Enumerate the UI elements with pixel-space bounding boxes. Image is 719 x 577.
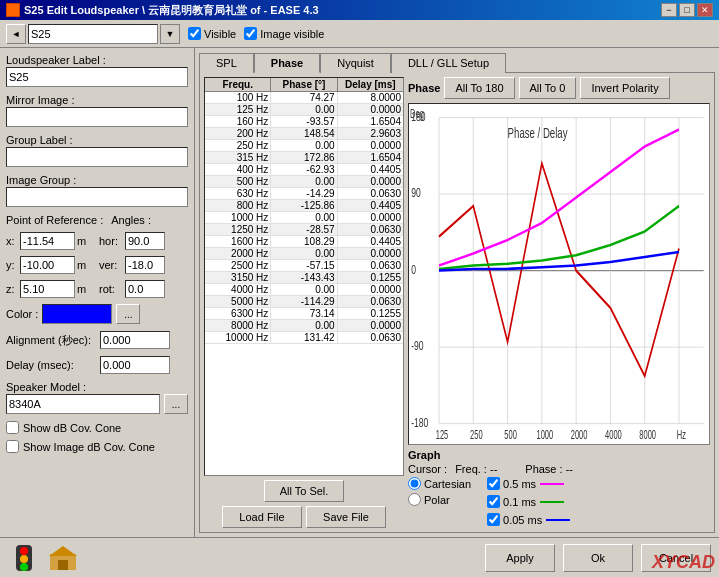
table-row[interactable]: 5000 Hz-114.290.0630 <box>205 296 403 308</box>
table-row[interactable]: 1000 Hz0.000.0000 <box>205 212 403 224</box>
table-cell: 108.29 <box>271 236 337 247</box>
ver-input[interactable] <box>125 256 165 274</box>
svg-text:-90: -90 <box>411 339 423 353</box>
hor-input[interactable] <box>125 232 165 250</box>
table-row[interactable]: 100 Hz74.278.0000 <box>205 92 403 104</box>
table-cell: 250 Hz <box>205 140 271 151</box>
load-file-button[interactable]: Load File <box>222 506 302 528</box>
tab-spl[interactable]: SPL <box>199 53 254 73</box>
svg-text:125: 125 <box>436 428 449 441</box>
invert-polarity-button[interactable]: Invert Polarity <box>580 77 669 99</box>
phase-display: Phase : -- <box>525 463 573 475</box>
x-input[interactable] <box>20 232 75 250</box>
mirror-image-input[interactable] <box>6 107 188 127</box>
col-delay: Delay [ms] <box>338 78 403 91</box>
all-to-0-button[interactable]: All To 0 <box>519 77 577 99</box>
tab-dll-gll[interactable]: DLL / GLL Setup <box>391 53 506 73</box>
table-row[interactable]: 8000 Hz0.000.0000 <box>205 320 403 332</box>
table-cell: 2.9603 <box>338 128 403 139</box>
save-icon <box>48 544 78 572</box>
show-image-db-label: Show Image dB Cov. Cone <box>23 441 155 453</box>
delay-input[interactable] <box>100 356 170 374</box>
table-row[interactable]: 2000 Hz0.000.0000 <box>205 248 403 260</box>
watermark: XYCAD <box>652 552 715 573</box>
table-row[interactable]: 315 Hz172.861.6504 <box>205 152 403 164</box>
table-row[interactable]: 400 Hz-62.930.4405 <box>205 164 403 176</box>
ok-button[interactable]: Ok <box>563 544 633 572</box>
image-group-label: Image Group : <box>6 174 188 186</box>
loudspeaker-label-group: Loudspeaker Label : <box>6 54 188 87</box>
legend-005ms-checkbox[interactable] <box>487 513 500 526</box>
save-file-button[interactable]: Save File <box>306 506 386 528</box>
table-row[interactable]: 630 Hz-14.290.0630 <box>205 188 403 200</box>
y-input[interactable] <box>20 256 75 274</box>
table-row[interactable]: 200 Hz148.542.9603 <box>205 128 403 140</box>
image-visible-checkbox-label[interactable]: Image visible <box>244 27 324 40</box>
rot-input[interactable] <box>125 280 165 298</box>
table-cell: 0.00 <box>271 284 337 295</box>
table-cell: 10000 Hz <box>205 332 271 343</box>
color-browse-button[interactable]: ... <box>116 304 140 324</box>
table-buttons: All To Sel. <box>204 480 404 502</box>
legend-05ms-checkbox[interactable] <box>487 477 500 490</box>
cartesian-radio-label[interactable]: Cartesian <box>408 477 471 490</box>
polar-radio-label[interactable]: Polar <box>408 493 471 506</box>
table-row[interactable]: 4000 Hz0.000.0000 <box>205 284 403 296</box>
minimize-button[interactable]: − <box>661 3 677 17</box>
table-cell: 0.00 <box>271 140 337 151</box>
table-row[interactable]: 6300 Hz73.140.1255 <box>205 308 403 320</box>
maximize-button[interactable]: □ <box>679 3 695 17</box>
nav-dropdown-button[interactable]: ▼ <box>160 24 180 44</box>
show-db-cone-checkbox[interactable] <box>6 421 19 434</box>
point-of-ref-label: Point of Reference : <box>6 214 103 226</box>
table-row[interactable]: 125 Hz0.000.0000 <box>205 104 403 116</box>
speaker-combo[interactable] <box>28 24 158 44</box>
legend-01ms-label: 0.1 ms <box>503 496 536 508</box>
visible-checkbox-label[interactable]: Visible <box>188 27 236 40</box>
loudspeaker-input[interactable] <box>6 67 188 87</box>
tab-phase[interactable]: Phase <box>254 53 320 73</box>
table-row[interactable]: 500 Hz0.000.0000 <box>205 176 403 188</box>
svg-marker-34 <box>49 546 77 556</box>
apply-button[interactable]: Apply <box>485 544 555 572</box>
visible-checkbox[interactable] <box>188 27 201 40</box>
nav-prev-button[interactable]: ◄ <box>6 24 26 44</box>
alignment-input[interactable] <box>100 331 170 349</box>
group-label-input[interactable] <box>6 147 188 167</box>
title-bar: S25 Edit Loudspeaker \ 云南昆明教育局礼堂 of - EA… <box>0 0 719 20</box>
tab-nyquist[interactable]: Nyquist <box>320 53 391 73</box>
image-group-input[interactable] <box>6 187 188 207</box>
svg-text:8000: 8000 <box>639 428 656 441</box>
table-cell: 3150 Hz <box>205 272 271 283</box>
all-to-180-button[interactable]: All To 180 <box>444 77 514 99</box>
table-row[interactable]: 1600 Hz108.290.4405 <box>205 236 403 248</box>
table-cell: 0.0630 <box>338 224 403 235</box>
table-row[interactable]: 160 Hz-93.571.6504 <box>205 116 403 128</box>
show-image-db-checkbox[interactable] <box>6 440 19 453</box>
table-cell: 0.0630 <box>338 296 403 307</box>
polar-radio[interactable] <box>408 493 421 506</box>
speaker-model-browse-button[interactable]: ... <box>164 394 188 414</box>
table-cell: 74.27 <box>271 92 337 103</box>
image-visible-checkbox[interactable] <box>244 27 257 40</box>
legend-005ms-line <box>546 519 570 521</box>
tab-content: Frequ. Phase [°] Delay [ms] 100 Hz74.278… <box>199 72 715 533</box>
table-row[interactable]: 1250 Hz-28.570.0630 <box>205 224 403 236</box>
table-row[interactable]: 3150 Hz-143.430.1255 <box>205 272 403 284</box>
table-row[interactable]: 800 Hz-125.860.4405 <box>205 200 403 212</box>
alignment-row: Alignment (秒ec): <box>6 331 188 349</box>
speaker-model-group: Speaker Model : ... <box>6 381 188 414</box>
cartesian-radio[interactable] <box>408 477 421 490</box>
z-input[interactable] <box>20 280 75 298</box>
speaker-model-input[interactable] <box>6 394 160 414</box>
legend-01ms-checkbox[interactable] <box>487 495 500 508</box>
legend-005ms-label: 0.05 ms <box>503 514 542 526</box>
table-row[interactable]: 2500 Hz-57.150.0630 <box>205 260 403 272</box>
table-row[interactable]: 250 Hz0.000.0000 <box>205 140 403 152</box>
all-to-sel-button[interactable]: All To Sel. <box>264 480 344 502</box>
table-cell: 0.00 <box>271 248 337 259</box>
table-cell: 0.4405 <box>338 164 403 175</box>
color-swatch[interactable] <box>42 304 112 324</box>
close-button[interactable]: ✕ <box>697 3 713 17</box>
table-row[interactable]: 10000 Hz131.420.0630 <box>205 332 403 344</box>
